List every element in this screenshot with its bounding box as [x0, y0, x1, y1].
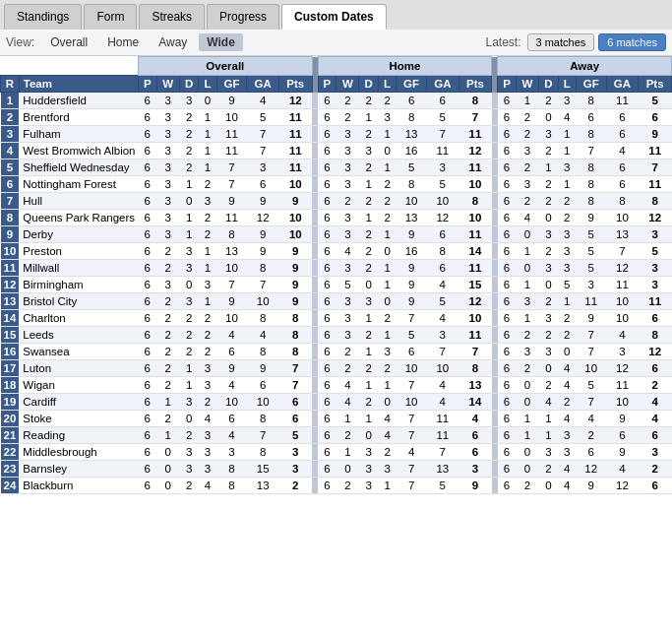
table-row: 4West Bromwich Albion6321117116330161112… — [1, 143, 672, 160]
overall-header: Overall — [139, 57, 313, 76]
latest-label: Latest: — [485, 35, 520, 49]
col-hpts: Pts — [458, 76, 492, 93]
table-row: 8Queens Park Rangers63121112106312131210… — [1, 210, 672, 226]
col-agf: GF — [576, 76, 606, 93]
table-row: 14Charlton622210886312741061329106 — [1, 310, 672, 327]
home-header: Home — [318, 57, 492, 76]
col-hga: GA — [427, 76, 459, 93]
col-al: L — [558, 76, 576, 93]
col-oga: GA — [247, 76, 279, 93]
latest-btn-6-matches[interactable]: 6 matches — [598, 33, 666, 51]
table-row: 23Barnsley603381536033713360241242 — [1, 461, 672, 478]
col-ad: D — [539, 76, 559, 93]
latest-buttons: 3 matches6 matches — [527, 33, 667, 51]
col-od: D — [179, 76, 199, 93]
table-row: 2Brentford63211051162138576204666 — [1, 109, 672, 126]
view-option-away[interactable]: Away — [151, 33, 195, 51]
col-ow: W — [156, 76, 179, 93]
table-row: 10Preston623113996420168146123575 — [1, 243, 672, 260]
col-hw: W — [336, 76, 359, 93]
col-r: R — [1, 76, 20, 93]
standings-table: Overall Home Away R Team P W D L GF GA P… — [0, 56, 672, 494]
col-op: P — [139, 76, 157, 93]
col-opts: Pts — [279, 76, 313, 93]
table-row: 7Hull63039996222101086222888 — [1, 193, 672, 210]
table-row: 16Swansea6222688621367763307312 — [1, 344, 672, 360]
view-option-wide[interactable]: Wide — [199, 33, 243, 51]
view-option-overall[interactable]: Overall — [42, 33, 95, 51]
col-team: Team — [19, 76, 138, 93]
col-apts: Pts — [639, 76, 672, 93]
table-row: 11Millwall623110896321961160335123 — [1, 260, 672, 277]
table-row: 1Huddersfield63309412622266861238115 — [1, 93, 672, 109]
view-bar: View: OverallHomeAwayWide Latest: 3 matc… — [0, 30, 672, 56]
latest-bar: Latest: 3 matches6 matches — [485, 33, 666, 51]
table-row: 21Reading6123475620471166113266 — [1, 427, 672, 444]
col-aw: W — [516, 76, 538, 93]
section-header-row: Overall Home Away — [1, 57, 672, 76]
col-hd: D — [359, 76, 379, 93]
col-ap: P — [498, 76, 517, 93]
tab-streaks[interactable]: Streaks — [139, 4, 205, 30]
table-row: 12Birmingham63037796501941561053113 — [1, 277, 672, 293]
col-hgf: GF — [397, 76, 427, 93]
table-row: 5Sheffield Wednesday63217311632153116213… — [1, 160, 672, 176]
col-header-row: R Team P W D L GF GA Pts P W D L GF GA P… — [1, 76, 672, 93]
table-row: 13Bristol City62319109633095126321111011 — [1, 293, 672, 310]
table-row: 24Blackburn60248132623175962049126 — [1, 478, 672, 494]
view-options: OverallHomeAwayWide — [42, 33, 243, 51]
table-row: 22Middlesbrough603338361324766033693 — [1, 444, 672, 461]
col-hp: P — [318, 76, 336, 93]
table-row: 15Leeds6222448632153116222748 — [1, 327, 672, 344]
table-row: 20Stoke6204686611471146114494 — [1, 411, 672, 427]
tab-standings[interactable]: Standings — [4, 4, 82, 30]
latest-btn-3-matches[interactable]: 3 matches — [527, 33, 595, 51]
table-row: 9Derby631289106321961160335133 — [1, 226, 672, 243]
tabs-bar: Standings Form Streaks Progress Custom D… — [0, 0, 672, 30]
col-aga: GA — [606, 76, 639, 93]
table-body: 1Huddersfield633094126222668612381152Bre… — [1, 93, 672, 494]
tab-custom-dates[interactable]: Custom Dates — [281, 4, 387, 30]
table-row: 3Fulham6321117116321137116231869 — [1, 126, 672, 143]
col-ol: L — [199, 76, 216, 93]
view-option-home[interactable]: Home — [99, 33, 147, 51]
col-hl: L — [379, 76, 397, 93]
col-ogf: GF — [216, 76, 247, 93]
table-row: 17Luton6213997622210108620410126 — [1, 360, 672, 377]
tab-progress[interactable]: Progress — [207, 4, 279, 30]
table-row: 19Cardiff61321010664201041460427104 — [1, 394, 672, 411]
table-row: 6Nottingham Forest6312761063128510632186… — [1, 176, 672, 193]
away-header: Away — [498, 57, 672, 76]
tab-form[interactable]: Form — [84, 4, 137, 30]
view-label: View: — [6, 35, 34, 49]
table-row: 18Wigan62134676411741360245112 — [1, 377, 672, 394]
